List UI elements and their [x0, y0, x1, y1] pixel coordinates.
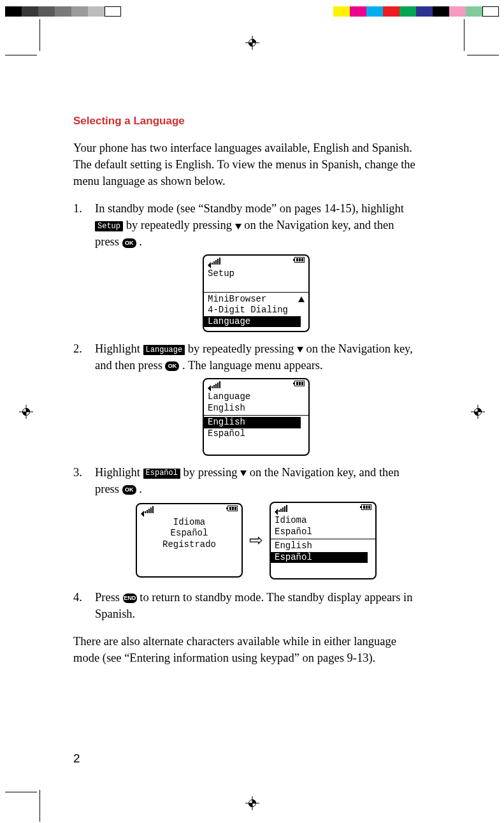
- crop-mark: [5, 55, 37, 55]
- step-text: .: [139, 235, 142, 248]
- step-text: Highlight: [95, 466, 143, 479]
- down-arrow-icon: [240, 470, 247, 476]
- signal-icon: [208, 257, 220, 268]
- signal-icon: [141, 506, 154, 517]
- menu-item-selected: Español: [271, 552, 368, 564]
- down-arrow-icon: [235, 224, 241, 229]
- menu-item-selected: Language: [204, 316, 301, 328]
- page-content: Selecting a Language Your phone has two …: [73, 113, 417, 667]
- registration-mark-icon: [471, 405, 485, 419]
- ok-key-icon: OK: [122, 238, 136, 248]
- confirm-line: Registrado: [141, 539, 238, 551]
- battery-icon: [361, 504, 371, 510]
- ok-key-icon: OK: [165, 361, 179, 371]
- menu-item-selected: English: [204, 417, 301, 428]
- crop-mark: [464, 19, 464, 51]
- step-text: by repeatedly pressing: [188, 342, 297, 355]
- step-4: 4. Press END to return to standby mode. …: [73, 590, 417, 625]
- page-number: 2: [73, 752, 80, 766]
- step-number: 3.: [73, 465, 95, 586]
- section-heading: Selecting a Language: [73, 113, 417, 129]
- grayscale-color-bar: [5, 6, 121, 17]
- phone-screen-setup: Setup MiniBrowser 4-Digit Dialing Langua…: [203, 254, 310, 332]
- step-3: 3. Highlight Español by pressing on the …: [73, 465, 417, 586]
- step-text: . The language menu appears.: [182, 359, 323, 372]
- step-number: 4.: [73, 590, 95, 625]
- down-arrow-icon: [297, 347, 303, 353]
- step-text: by repeatedly pressing: [126, 219, 235, 231]
- crop-mark: [5, 792, 37, 792]
- intro-paragraph: Your phone has two interface languages a…: [73, 140, 417, 190]
- menu-item: MiniBrowser: [208, 294, 266, 305]
- battery-icon: [227, 506, 238, 511]
- phone-screen-language: Language English English Español: [203, 378, 310, 456]
- confirm-line: Idioma: [141, 517, 238, 528]
- step-text: Highlight: [95, 342, 143, 355]
- color-bar: [333, 6, 499, 17]
- screen-subtitle: English: [208, 403, 305, 414]
- signal-icon: [275, 504, 287, 516]
- ok-key-icon: OK: [122, 485, 136, 495]
- menu-item: 4-Digit Dialing: [208, 305, 305, 316]
- closing-paragraph: There are also alternate characters avai…: [73, 634, 417, 667]
- up-arrow-icon: [298, 296, 305, 302]
- confirm-line: Español: [141, 528, 238, 539]
- inline-highlight-language: Language: [143, 345, 185, 355]
- screen-title: Language: [208, 391, 305, 403]
- registration-mark-icon: [245, 796, 259, 810]
- signal-icon: [208, 381, 220, 392]
- menu-item: English: [275, 541, 371, 552]
- inline-highlight-setup: Setup: [95, 221, 123, 231]
- inline-highlight-espanol: Español: [143, 469, 180, 479]
- crop-mark: [467, 55, 499, 55]
- step-number: 2.: [73, 341, 95, 461]
- registration-mark-icon: [245, 36, 259, 50]
- screen-title: Setup: [208, 268, 305, 280]
- battery-icon: [294, 257, 305, 263]
- crop-mark: [40, 19, 40, 51]
- step-2: 2. Highlight Language by repeatedly pres…: [73, 341, 417, 461]
- menu-item: Español: [208, 428, 305, 440]
- step-text: Press: [95, 591, 123, 604]
- step-text: .: [139, 483, 142, 495]
- screen-title: Idioma: [275, 515, 371, 527]
- registration-mark-icon: [19, 405, 33, 419]
- phone-screen-confirm: Idioma Español Registrado: [136, 503, 243, 578]
- phone-screen-idioma: Idioma Español English Español: [270, 502, 377, 579]
- step-text: by pressing: [184, 466, 240, 479]
- crop-mark: [40, 790, 40, 822]
- step-1: 1. In standby mode (see “Standby mode” o…: [73, 201, 417, 337]
- step-number: 1.: [73, 201, 95, 337]
- screen-subtitle: Español: [275, 527, 371, 538]
- right-arrow-icon: ⇨: [249, 532, 263, 549]
- battery-icon: [294, 381, 305, 386]
- step-text: In standby mode (see “Standby mode” on p…: [95, 202, 404, 215]
- end-key-icon: END: [123, 594, 137, 603]
- step-text: to return to standby mode. The standby d…: [95, 591, 412, 620]
